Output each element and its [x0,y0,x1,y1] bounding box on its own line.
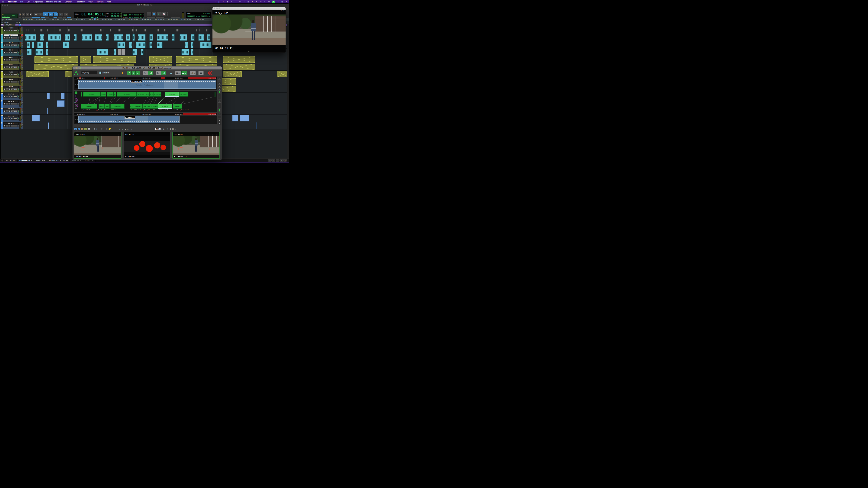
play-circle-icon[interactable]: ▶ [255,1,258,3]
audio-clip[interactable] [141,49,144,55]
menu-item-playback[interactable]: Playback [94,0,105,3]
audio-clip[interactable] [129,42,132,48]
input-button[interactable]: I [6,44,8,46]
view-selector-button[interactable]: wave [13,110,17,112]
banana-pointer-icon[interactable] [108,127,111,130]
panels-icon[interactable]: ▌ [218,1,220,3]
record-enable-button[interactable] [3,73,6,75]
delta-toggle-icon[interactable]: ∆ [163,128,165,130]
view-selector-button[interactable]: wave [13,66,17,68]
grid-note-value[interactable]: 1/16 note [203,12,210,14]
view-selector-button[interactable]: wave [13,52,17,54]
healed-segment[interactable]: 21 HEALED [179,92,188,97]
grabber-tool[interactable]: ✋︎ [54,12,59,16]
audio-clip[interactable] [240,115,249,122]
track-name[interactable]: AMB3 [3,71,19,73]
copyright-icon[interactable]: © [239,1,241,3]
ruler-menu-icon[interactable]: ▤▾ [1,19,4,21]
audio-clip[interactable] [40,34,44,41]
menu-item-file[interactable]: File [19,0,25,3]
target-playhead[interactable] [124,116,124,124]
audio-clip[interactable] [48,122,49,129]
pencil-tool[interactable]: ✎ [64,12,68,16]
zoom-out-corner-button[interactable]: ⊞ [268,159,272,162]
record-enable-button[interactable] [3,88,6,90]
zoom-in-icon[interactable]: ⊕ [96,128,98,130]
collapse-icon[interactable]: ▾ [1,56,3,58]
mode-shuffle-button[interactable]: 🔒SHUFFLE [2,14,10,17]
grid-corner-button[interactable]: ⊠ [280,159,283,162]
audio-clip[interactable] [117,42,125,48]
snap-icon[interactable]: ▪▫ [103,128,105,130]
healed-segment[interactable]: 13 HE [146,92,150,97]
match-add-button[interactable]: + [131,71,135,75]
loop-playback-button[interactable]: ↻ [156,12,161,16]
audio-clip[interactable] [149,56,172,63]
healed-segment[interactable] [215,92,216,97]
edit-window-controls[interactable] [2,4,8,6]
main-counter-value[interactable]: 01:04:05:11 [82,12,106,16]
reference-clip[interactable]: ToS_v23.00_FinalGraded.mp4 [79,79,216,89]
grid-dropdown[interactable]: ▾ [143,14,144,15]
match-thumbnail[interactable]: ToS_v11.0001:04:05:11 [123,132,170,159]
ts-sync-icon[interactable]: ⭘ [19,24,21,26]
record-enable-button[interactable] [3,118,6,120]
collapse-icon[interactable]: ▾ [1,108,3,109]
transport-extra-bottom[interactable] [166,14,168,16]
battery-icon[interactable]: ▭ [259,1,262,3]
solo-button[interactable]: S [8,110,10,112]
reference-playhead[interactable] [130,79,130,90]
swing-value[interactable]: 100% [206,15,210,17]
target-ruler[interactable]: 01:00:00:0001:02:55:1401:05:51:0401:08:4… [74,113,217,116]
next-many-icon[interactable]: » [128,128,130,130]
strength-label[interactable]: Strength: [187,15,195,17]
mb-up-arrow-icon[interactable]: ↑ [218,94,221,99]
audio-a-button[interactable]: A [78,127,80,130]
audio-clip[interactable] [157,34,168,41]
audio-clip[interactable] [47,108,49,114]
conform-up-icon[interactable]: ↑▬ [169,71,173,75]
video-b-button[interactable]: V [81,127,84,130]
mb-play-icon[interactable]: ▶ [218,85,221,88]
strength-value[interactable]: 100% [196,15,200,17]
chevron-icon[interactable]: ∧ [285,1,287,3]
siri-icon[interactable]: ◎ [268,1,270,3]
next-diff-button[interactable]: →| [161,71,166,75]
input-button[interactable]: I [6,118,8,120]
marker-view-button[interactable]: ▣ [16,22,18,23]
mute-button[interactable]: M [11,29,13,31]
track-name[interactable]: AMB2 [3,64,19,66]
audio-clip[interactable] [191,49,193,55]
audio-clip[interactable] [32,115,40,122]
audio-clip[interactable] [48,34,61,41]
selector-tool[interactable]: ∿ [49,12,53,16]
grid-label[interactable]: Grid [123,14,127,16]
reference-timeline-panel[interactable]: 01:00:00:0001:02:55:1401:05:51:0401:08:4… [74,77,217,90]
diamond-marker-button[interactable]: ◆ [121,71,124,75]
input-button[interactable]: I [6,29,8,31]
status-tab-repitch[interactable]: REPITCH [34,159,47,162]
healed-segment[interactable]: 10 HEALED [111,104,125,109]
audio-clip[interactable] [198,34,204,41]
view-selector-button[interactable]: wave [13,59,17,61]
view-selector-button[interactable]: wave [13,88,17,90]
collapse-icon[interactable]: ▾ [1,49,3,50]
healed-segment[interactable]: 15 HE [150,92,154,97]
toggles-icon[interactable]: ▥ [281,1,283,3]
solo-button[interactable]: S [8,125,10,127]
audio-clip[interactable] [46,42,48,48]
healed-segment[interactable]: 13 HE [143,104,146,109]
mode-spot-button[interactable]: SPOT [10,14,18,17]
healed-segment[interactable]: 15 HE [146,104,150,109]
solo-button[interactable]: S [8,59,10,61]
audio-clip[interactable] [34,64,78,70]
audio-clip[interactable] [34,56,78,63]
healed-segment[interactable]: 11 H [114,92,116,97]
menu-item-edit[interactable]: Edit [25,0,32,3]
input-button[interactable]: I [6,59,8,61]
mute-button[interactable]: M [11,95,13,98]
mb-back2-icon[interactable]: ◀ [218,122,221,125]
minimize-icon[interactable]: ⊖ [76,67,78,69]
record-enable-button[interactable] [3,95,6,98]
healed-segment[interactable]: 7 HEALE [107,92,114,97]
